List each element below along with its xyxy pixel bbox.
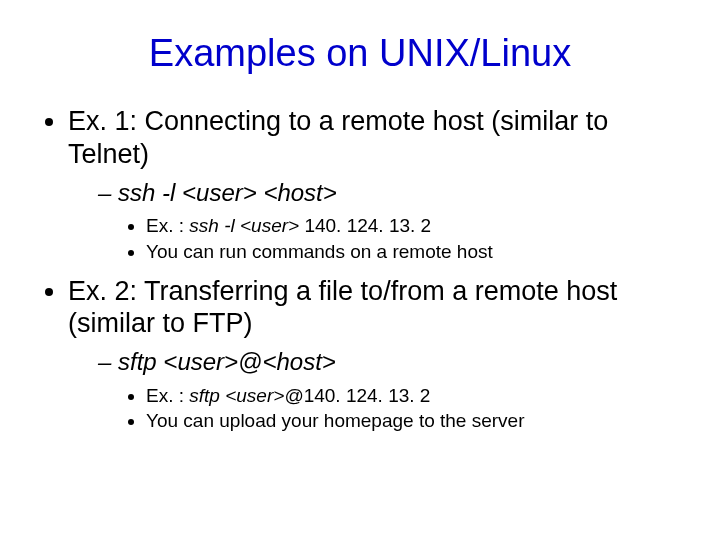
- ex1-subex-ip: 140. 124. 13. 2: [304, 215, 431, 236]
- slide-title: Examples on UNIX/Linux: [30, 32, 690, 75]
- ex1-subex: Ex. : ssh -l <user> 140. 124. 13. 2: [146, 213, 690, 239]
- ex1-item: Ex. 1: Connecting to a remote host (simi…: [68, 105, 690, 265]
- ex1-cmd-text: ssh -l <user> <host>: [118, 179, 337, 206]
- ex2-heading: Ex. 2: Transferring a file to/from a rem…: [68, 276, 617, 339]
- ex1-note: You can run commands on a remote host: [146, 239, 690, 265]
- ex2-subex-ip: 140. 124. 13. 2: [304, 385, 431, 406]
- ex1-subex-cmd: ssh -l <user>: [189, 215, 304, 236]
- ex2-note: You can upload your homepage to the serv…: [146, 408, 690, 434]
- ex2-subex: Ex. : sftp <user>@140. 124. 13. 2: [146, 383, 690, 409]
- ex1-heading: Ex. 1: Connecting to a remote host (simi…: [68, 106, 608, 169]
- ex2-subex-cmd: sftp <user>@: [189, 385, 303, 406]
- ex2-cmd-text: sftp <user>@<host>: [118, 348, 336, 375]
- ex2-subex-prefix: Ex. :: [146, 385, 189, 406]
- ex1-cmd: ssh -l <user> <host> Ex. : ssh -l <user>…: [98, 177, 690, 265]
- ex2-cmd: sftp <user>@<host> Ex. : sftp <user>@140…: [98, 346, 690, 434]
- bullet-list: Ex. 1: Connecting to a remote host (simi…: [30, 105, 690, 434]
- slide: Examples on UNIX/Linux Ex. 1: Connecting…: [0, 0, 720, 540]
- ex1-subex-prefix: Ex. :: [146, 215, 189, 236]
- ex2-item: Ex. 2: Transferring a file to/from a rem…: [68, 275, 690, 435]
